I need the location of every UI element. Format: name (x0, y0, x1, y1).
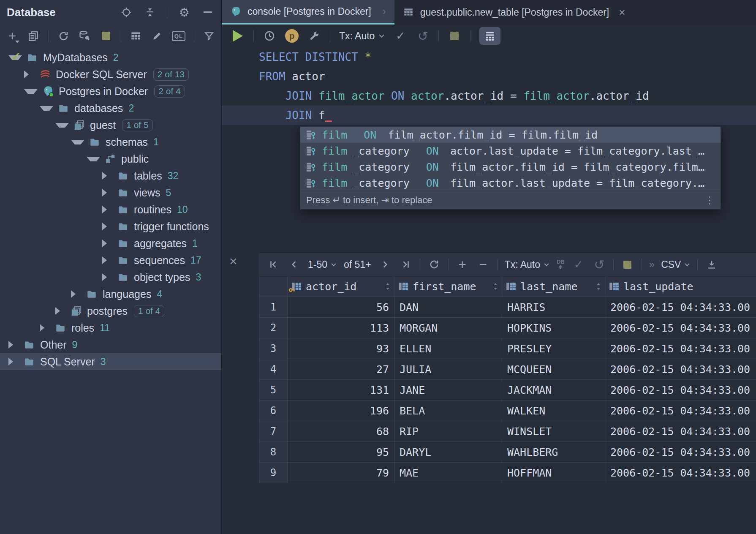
cell-last-update[interactable]: 2006-02-15 04:34:33.00 (605, 297, 756, 318)
stop-icon[interactable] (100, 29, 112, 43)
cell-first-name[interactable]: ELLEN (394, 338, 502, 359)
stop-icon[interactable] (621, 258, 634, 271)
cell-last-name[interactable]: WALKEN (502, 400, 605, 421)
tree-item-sql-server[interactable]: SQL Server3 (0, 353, 221, 370)
tree-item-postgres[interactable]: postgres1 of 4 (0, 302, 221, 319)
cell-last-name[interactable]: MCQUEEN (502, 359, 605, 380)
rollback-icon[interactable]: ↺ (416, 29, 430, 43)
collapsed-arrow-icon[interactable] (102, 240, 113, 247)
previous-page-icon[interactable] (287, 258, 301, 271)
tab-console[interactable]: console [Postgres in Docker] › (222, 0, 394, 25)
duplicate-icon[interactable] (27, 29, 40, 43)
cell-last-update[interactable]: 2006-02-15 04:34:33.00 (605, 380, 756, 400)
tree-item-public[interactable]: public (0, 150, 221, 167)
editor-line-3[interactable]: JOIN film_actor ON actor.actor_id = film… (222, 86, 756, 106)
cell-actor-id[interactable]: 196 (288, 400, 394, 421)
cell-last-name[interactable]: HOFFMAN (502, 463, 605, 483)
collapsed-arrow-icon[interactable] (55, 307, 66, 315)
cell-last-update[interactable]: 2006-02-15 04:34:33.00 (605, 359, 756, 380)
editor-line-2[interactable]: FROM actor (222, 67, 756, 86)
collapsed-arrow-icon[interactable] (102, 256, 113, 264)
completion-item-2[interactable]: film_category ON actor.last_update = fil… (300, 143, 721, 159)
commit-check-icon[interactable]: ✓ (572, 258, 585, 271)
cell-last-update[interactable]: 2006-02-15 04:34:33.00 (605, 400, 756, 421)
completion-item-4[interactable]: film_category ON film_actor.last_update … (300, 175, 721, 191)
collapsed-arrow-icon[interactable] (102, 273, 113, 281)
edit-icon[interactable] (151, 29, 163, 43)
row-number-cell[interactable]: 5 (259, 380, 288, 400)
cell-last-update[interactable]: 2006-02-15 04:34:33.00 (605, 338, 756, 359)
add-icon[interactable]: + (6, 29, 19, 43)
cell-actor-id[interactable]: 79 (288, 463, 394, 483)
tree-item-databases[interactable]: databases2 (0, 100, 221, 117)
tree-item-roles[interactable]: roles11 (0, 319, 221, 336)
cell-first-name[interactable]: MORGAN (394, 318, 502, 338)
column-header-actor-id[interactable]: actor_id (288, 276, 394, 297)
collapsed-arrow-icon[interactable] (102, 223, 113, 230)
tree-item-guest[interactable]: guest1 of 5 (0, 117, 221, 134)
expanded-arrow-icon[interactable] (87, 157, 100, 161)
column-header-last-update[interactable]: last_update (605, 276, 756, 297)
commit-check-icon[interactable]: ✓ (394, 29, 407, 43)
filter-icon[interactable] (203, 29, 215, 43)
sort-arrows-icon[interactable] (385, 282, 391, 291)
tree-item-postgres-in-docker[interactable]: Postgres in Docker2 of 4 (0, 83, 221, 100)
tree-item-object-types[interactable]: object types3 (0, 269, 221, 286)
last-page-icon[interactable] (399, 258, 413, 271)
cell-actor-id[interactable]: 95 (288, 442, 394, 463)
in-editor-results-icon[interactable] (479, 27, 500, 45)
row-number-cell[interactable]: 8 (259, 442, 288, 463)
cell-first-name[interactable]: MAE (394, 463, 502, 483)
cell-last-name[interactable]: WAHLBERG (502, 442, 605, 463)
cell-last-update[interactable]: 2006-02-15 04:34:33.00 (605, 421, 756, 442)
table-icon[interactable] (130, 29, 142, 43)
cell-first-name[interactable]: RIP (394, 421, 502, 442)
cell-last-update[interactable]: 2006-02-15 04:34:33.00 (605, 318, 756, 338)
collapsed-arrow-icon[interactable] (102, 189, 113, 196)
cell-actor-id[interactable]: 27 (288, 359, 394, 380)
completion-item-3[interactable]: film_category ON film_actor.film_id = fi… (300, 159, 721, 175)
row-number-cell[interactable]: 2 (259, 318, 288, 338)
export-format-select[interactable]: CSV (661, 259, 690, 270)
page-range-select[interactable]: 1-50 (308, 259, 337, 270)
collapsed-arrow-icon[interactable] (8, 358, 19, 365)
row-number-cell[interactable]: 6 (259, 400, 288, 421)
tree-item-trigger-functions[interactable]: trigger functions (0, 218, 221, 235)
cell-actor-id[interactable]: 131 (288, 380, 394, 400)
column-header-last-name[interactable]: last_name (502, 276, 605, 297)
cell-last-name[interactable]: WINSLET (502, 421, 605, 442)
data-source-properties-icon[interactable] (78, 29, 91, 43)
hide-panel-icon[interactable] (201, 5, 215, 19)
more-chevrons-icon[interactable]: » (649, 259, 654, 270)
cell-first-name[interactable]: BELA (394, 400, 502, 421)
sort-arrows-icon[interactable] (492, 282, 498, 291)
tree-item-docker-sql-server[interactable]: Docker SQL Server2 of 13 (0, 66, 221, 83)
completion-item-1[interactable]: film ON film_actor.film_id = film.film_i… (300, 127, 721, 143)
tree-item-tables[interactable]: tables32 (0, 167, 221, 184)
collapsed-arrow-icon[interactable] (40, 324, 50, 332)
collapsed-arrow-icon[interactable] (24, 71, 35, 78)
collapsed-arrow-icon[interactable] (8, 341, 19, 349)
sort-arrows-icon[interactable] (596, 282, 601, 291)
collapsed-arrow-icon[interactable] (71, 290, 82, 298)
cell-actor-id[interactable]: 56 (288, 297, 394, 318)
tree-item-other[interactable]: Other9 (0, 336, 221, 353)
expanded-arrow-icon[interactable] (24, 89, 38, 94)
cell-first-name[interactable]: JANE (394, 380, 502, 400)
tree-item-mydatabases[interactable]: MyDatabases2 (0, 49, 221, 66)
cell-actor-id[interactable]: 68 (288, 421, 394, 442)
cell-last-name[interactable]: HARRIS (502, 297, 605, 318)
expanded-arrow-icon[interactable] (71, 140, 84, 144)
reload-icon[interactable] (427, 258, 441, 271)
cell-actor-id[interactable]: 93 (288, 338, 394, 359)
cell-last-name[interactable]: JACKMAN (502, 380, 605, 400)
download-icon[interactable] (705, 258, 718, 271)
delete-row-icon[interactable]: − (476, 258, 490, 271)
row-number-cell[interactable]: 3 (259, 338, 288, 359)
close-results-icon[interactable]: × (229, 253, 237, 269)
wrench-icon[interactable] (307, 29, 321, 43)
row-number-cell[interactable]: 4 (259, 359, 288, 380)
tree-item-views[interactable]: views5 (0, 184, 221, 201)
cell-last-update[interactable]: 2006-02-15 04:34:33.00 (605, 463, 756, 483)
tx-mode-select[interactable]: Tx: Auto (339, 30, 385, 42)
